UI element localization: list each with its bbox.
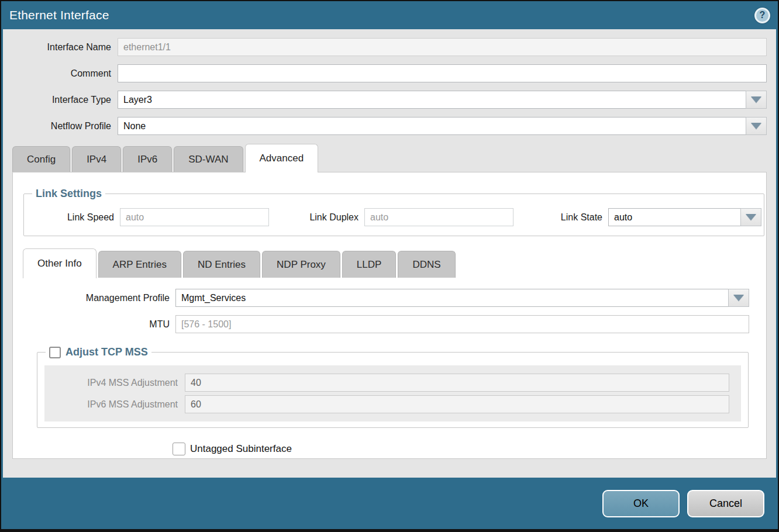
tab-other-info[interactable]: Other Info	[23, 248, 96, 278]
dialog-body: Interface Name Comment Interface Type	[3, 29, 776, 478]
ok-button[interactable]: OK	[602, 490, 680, 517]
ipv6-mss-field	[185, 395, 729, 413]
tab-ndp-proxy[interactable]: NDP Proxy	[262, 251, 340, 278]
netflow-profile-dropdown-button[interactable]	[746, 117, 767, 135]
tab-ddns[interactable]: DDNS	[398, 251, 455, 278]
interface-type-dropdown-button[interactable]	[746, 91, 767, 109]
body-bottom-spacer	[3, 459, 776, 478]
link-duplex-label: Link Duplex	[297, 212, 364, 223]
mss-disabled-block: IPv4 MSS Adjustment IPv6 MSS Adjustment	[44, 365, 741, 422]
dialog-titlebar: Ethernet Interface ?	[3, 1, 776, 29]
ipv4-mss-label: IPv4 MSS Adjustment	[44, 378, 185, 388]
ipv6-mss-row: IPv6 MSS Adjustment	[44, 395, 741, 413]
chevron-down-icon	[751, 123, 761, 129]
dialog-title: Ethernet Interface	[9, 8, 109, 22]
management-profile-value[interactable]	[175, 289, 728, 307]
advanced-tab-panel: Link Settings Link Speed Link Duplex Lin…	[12, 172, 767, 459]
tab-config[interactable]: Config	[12, 146, 70, 172]
link-state-label: Link State	[550, 212, 608, 223]
interface-name-label: Interface Name	[3, 42, 118, 53]
tab-ipv4[interactable]: IPv4	[72, 146, 121, 172]
help-icon[interactable]: ?	[754, 8, 770, 23]
chevron-down-icon	[746, 214, 756, 220]
link-state-dropdown[interactable]	[608, 208, 756, 226]
netflow-profile-label: Netflow Profile	[3, 121, 118, 132]
mtu-label: MTU	[13, 319, 175, 330]
interface-type-dropdown[interactable]	[118, 91, 767, 109]
dialog-footer: OK Cancel	[3, 478, 776, 529]
link-state-dropdown-button[interactable]	[740, 208, 761, 226]
other-info-panel: Management Profile MTU	[13, 278, 766, 341]
management-profile-row: Management Profile	[13, 289, 766, 307]
link-settings-group: Link Settings Link Speed Link Duplex Lin…	[23, 188, 764, 236]
management-profile-label: Management Profile	[13, 293, 175, 303]
ipv4-mss-field	[185, 374, 729, 392]
cancel-button[interactable]: Cancel	[687, 490, 764, 517]
untagged-subinterface-row: Untagged Subinterface	[173, 443, 766, 455]
tab-lldp[interactable]: LLDP	[342, 251, 397, 278]
interface-name-row: Interface Name	[3, 38, 776, 56]
interface-type-value[interactable]	[118, 91, 746, 109]
adjust-tcp-mss-legend: Adjust TCP MSS	[46, 346, 151, 358]
adjust-tcp-mss-legend-text: Adjust TCP MSS	[66, 346, 148, 358]
comment-label: Comment	[3, 68, 118, 79]
link-settings-row: Link Speed Link Duplex Link State	[30, 203, 758, 227]
untagged-subinterface-label: Untagged Subinterface	[190, 443, 292, 455]
link-duplex-field[interactable]	[364, 208, 513, 226]
ipv4-mss-row: IPv4 MSS Adjustment	[44, 374, 741, 392]
netflow-profile-value[interactable]	[118, 117, 746, 135]
management-profile-dropdown[interactable]	[175, 289, 749, 307]
ipv6-mss-label: IPv6 MSS Adjustment	[44, 399, 185, 410]
inner-tabstrip: Other Info ARP Entries ND Entries NDP Pr…	[13, 248, 766, 278]
top-form: Interface Name Comment Interface Type	[3, 29, 776, 143]
link-speed-label: Link Speed	[32, 212, 120, 223]
link-speed-field[interactable]	[120, 208, 269, 226]
tab-sdwan[interactable]: SD-WAN	[174, 146, 243, 172]
link-settings-legend: Link Settings	[32, 188, 105, 200]
tab-arp-entries[interactable]: ARP Entries	[98, 251, 181, 278]
main-tabstrip: Config IPv4 IPv6 SD-WAN Advanced	[3, 143, 776, 172]
comment-field[interactable]	[118, 64, 767, 82]
chevron-down-icon	[751, 96, 761, 103]
tab-nd-entries[interactable]: ND Entries	[183, 251, 260, 278]
link-state-value[interactable]	[608, 208, 740, 226]
adjust-tcp-mss-group: Adjust TCP MSS IPv4 MSS Adjustment IPv6 …	[37, 346, 749, 428]
tab-advanced[interactable]: Advanced	[245, 144, 319, 172]
interface-type-label: Interface Type	[3, 95, 118, 105]
mtu-field[interactable]	[175, 315, 749, 333]
netflow-profile-dropdown[interactable]	[118, 117, 767, 135]
ethernet-interface-dialog: Ethernet Interface ? Interface Name Comm…	[0, 0, 779, 532]
netflow-profile-row: Netflow Profile	[3, 117, 776, 135]
interface-name-field	[118, 38, 767, 56]
untagged-subinterface-checkbox[interactable]	[173, 443, 185, 455]
tab-ipv6[interactable]: IPv6	[123, 146, 172, 172]
adjust-tcp-mss-checkbox[interactable]	[49, 347, 61, 358]
chevron-down-icon	[733, 295, 744, 301]
interface-type-row: Interface Type	[3, 91, 776, 109]
management-profile-dropdown-button[interactable]	[728, 289, 749, 307]
mtu-row: MTU	[13, 315, 766, 333]
comment-row: Comment	[3, 64, 776, 82]
